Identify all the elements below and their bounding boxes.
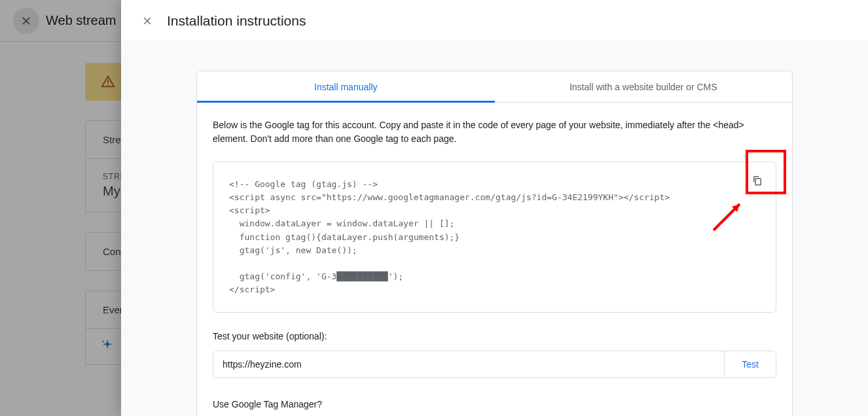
tabs: Install manually Install with a website … bbox=[197, 71, 792, 103]
copy-button[interactable] bbox=[746, 169, 769, 192]
tab-install-manually[interactable]: Install manually bbox=[197, 71, 495, 102]
modal-title: Installation instructions bbox=[167, 13, 306, 29]
tab-install-cms[interactable]: Install with a website builder or CMS bbox=[495, 71, 793, 102]
test-row: Test bbox=[213, 351, 776, 378]
close-button[interactable] bbox=[137, 10, 158, 31]
gtm-heading: Use Google Tag Manager? bbox=[213, 399, 776, 409]
code-text: <!-- Google tag (gtag.js) --> <script as… bbox=[229, 179, 670, 294]
modal-header: Installation instructions bbox=[121, 0, 868, 42]
installation-modal: Installation instructions Install manual… bbox=[121, 0, 868, 416]
test-url-input[interactable] bbox=[213, 351, 724, 377]
instructions-card: Install manually Install with a website … bbox=[196, 71, 793, 416]
copy-icon bbox=[751, 175, 763, 186]
description-text: Below is the Google tag for this account… bbox=[213, 118, 776, 146]
svg-rect-2 bbox=[755, 179, 761, 185]
code-snippet: <!-- Google tag (gtag.js) --> <script as… bbox=[213, 162, 776, 313]
test-button[interactable]: Test bbox=[724, 351, 776, 377]
close-icon bbox=[142, 16, 153, 26]
test-label: Test your website (optional): bbox=[213, 331, 776, 341]
